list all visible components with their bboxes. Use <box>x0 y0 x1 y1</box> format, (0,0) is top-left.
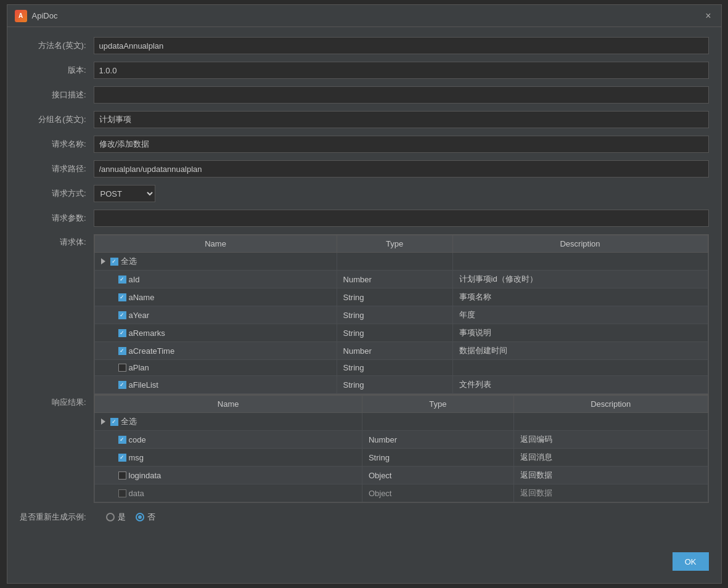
table-row: aName String 事项名称 <box>94 288 708 306</box>
row-checkbox[interactable] <box>118 472 126 480</box>
form-area: 方法名(英文): 版本: 接口描述: 分组名(英文): 请求名称: 请求路径: <box>7 27 721 227</box>
interface-desc-label: 接口描述: <box>20 89 94 100</box>
row-name-cell: aName <box>94 288 337 306</box>
ok-button[interactable]: OK <box>673 552 709 571</box>
request-method-dropdown: POST GET PUT DELETE <box>94 185 155 202</box>
group-name-row: 分组名(英文): <box>20 111 709 128</box>
row-checkbox[interactable] <box>118 364 126 372</box>
close-button[interactable]: × <box>703 10 713 22</box>
row-name: aName <box>129 293 155 302</box>
request-body-label: 请求体: <box>20 234 94 248</box>
row-checkbox[interactable] <box>118 436 126 444</box>
select-all-cell: 全选 <box>94 253 337 271</box>
interface-desc-input[interactable] <box>94 86 709 104</box>
radio-no-outer <box>136 513 144 521</box>
response-select-all-label: 全选 <box>121 416 137 427</box>
response-select-all-cell: 全选 <box>94 413 362 431</box>
table-row: aId Number 计划事项id（修改时） <box>94 271 708 288</box>
row-checkbox[interactable] <box>118 311 126 319</box>
request-path-input[interactable] <box>94 160 709 178</box>
row-checkbox[interactable] <box>118 293 126 301</box>
row-name-cell: msg <box>94 449 362 467</box>
regenerate-label: 是否重新生成示例: <box>20 512 94 523</box>
row-checkbox[interactable] <box>118 276 126 284</box>
row-name: aCreateTime <box>129 346 175 356</box>
response-section: 响应结果: Name Type Description <box>7 394 721 503</box>
row-checkbox[interactable] <box>118 347 126 355</box>
row-type: Object <box>362 484 513 502</box>
response-table-wrap: Name Type Description 全选 <box>94 394 709 503</box>
radio-no-item[interactable]: 否 <box>136 512 155 523</box>
row-type: Number <box>362 431 513 449</box>
table-row: msg String 返回消息 <box>94 449 708 467</box>
response-select-all-checkbox[interactable] <box>110 418 118 426</box>
row-name: code <box>129 435 146 444</box>
row-checkbox[interactable] <box>118 329 126 337</box>
col-type-header: Type <box>337 235 452 253</box>
request-method-row: 请求方式: POST GET PUT DELETE <box>20 185 709 202</box>
response-select-all-type <box>362 413 513 431</box>
row-name-cell: data <box>94 484 362 502</box>
table-row: aRemarks String 事项说明 <box>94 324 708 342</box>
row-type: String <box>337 306 452 324</box>
row-checkbox[interactable] <box>118 454 126 462</box>
row-desc: 返回数据 <box>513 467 708 484</box>
response-table: Name Type Description 全选 <box>94 395 708 502</box>
row-checkbox[interactable] <box>118 489 126 497</box>
row-desc: 事项名称 <box>452 288 708 306</box>
row-checkbox[interactable] <box>118 381 126 389</box>
row-name: aPlan <box>129 363 149 372</box>
collapse-icon[interactable] <box>101 258 105 264</box>
interface-desc-row: 接口描述: <box>20 86 709 104</box>
radio-no-label: 否 <box>147 512 155 523</box>
request-name-row: 请求名称: <box>20 136 709 153</box>
row-name-cell: aCreateTime <box>94 342 337 360</box>
row-type: String <box>337 324 452 342</box>
request-method-label: 请求方式: <box>20 188 94 199</box>
group-name-label: 分组名(英文): <box>20 114 94 125</box>
row-name: logindata <box>129 471 162 480</box>
request-params-input[interactable] <box>94 210 709 227</box>
response-collapse-icon[interactable] <box>101 419 105 425</box>
row-desc: 返回数据 <box>513 484 708 502</box>
request-path-label: 请求路径: <box>20 163 94 174</box>
row-desc: 文件列表 <box>452 376 708 394</box>
table-row: logindata Object 返回数据 <box>94 467 708 484</box>
row-name: aId <box>129 275 140 284</box>
title-bar-left: A ApiDoc <box>15 10 58 22</box>
table-row: aPlan String <box>94 360 708 376</box>
row-type: Number <box>337 271 452 288</box>
col-desc-header: Description <box>452 235 708 253</box>
response-label: 响应结果: <box>20 394 94 408</box>
radio-no-inner <box>138 515 142 519</box>
method-name-input[interactable] <box>94 37 709 54</box>
row-name: data <box>129 489 144 498</box>
table-row: aCreateTime Number 数据创建时间 <box>94 342 708 360</box>
select-all-checkbox[interactable] <box>110 258 118 266</box>
row-type: String <box>337 360 452 376</box>
group-name-input[interactable] <box>94 111 709 128</box>
radio-yes-outer <box>106 513 115 521</box>
apidoc-dialog: A ApiDoc × 方法名(英文): 版本: 接口描述: 分组名(英文): 请… <box>7 4 722 584</box>
footer-row: 是否重新生成示例: 是 否 <box>7 503 721 523</box>
request-name-input[interactable] <box>94 136 709 153</box>
select-all-row: 全选 <box>94 253 708 271</box>
row-name: aRemarks <box>129 329 165 338</box>
version-label: 版本: <box>20 65 94 76</box>
row-type: Object <box>362 467 513 484</box>
row-name-cell: logindata <box>94 467 362 484</box>
row-type: Number <box>337 342 452 360</box>
row-desc: 年度 <box>452 306 708 324</box>
request-body-table: Name Type Description 全选 <box>94 235 708 394</box>
title-bar: A ApiDoc × <box>7 5 721 27</box>
radio-yes-item[interactable]: 是 <box>106 512 126 523</box>
version-input[interactable] <box>94 62 709 79</box>
row-name-cell: code <box>94 431 362 449</box>
row-desc: 计划事项id（修改时） <box>452 271 708 288</box>
request-body-table-wrap: Name Type Description 全选 <box>94 234 709 394</box>
row-name-cell: aPlan <box>94 360 337 376</box>
request-method-select[interactable]: POST GET PUT DELETE <box>94 185 155 202</box>
row-desc: 返回消息 <box>513 449 708 467</box>
row-name-cell: aFileList <box>94 376 337 394</box>
response-select-all-row: 全选 <box>94 413 708 431</box>
